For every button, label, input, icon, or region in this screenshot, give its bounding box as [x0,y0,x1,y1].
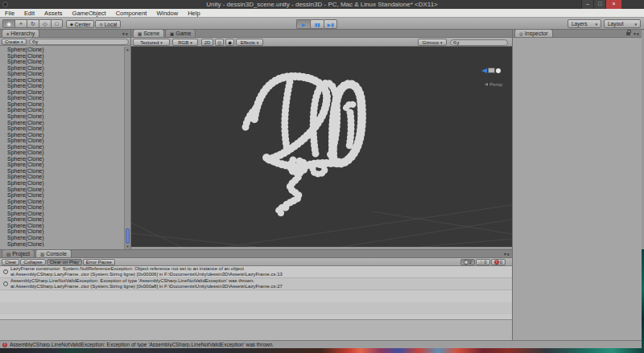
channels-dropdown[interactable]: RGB ▾ [172,39,198,46]
hierarchy-item[interactable]: Sphere(Clone) [0,216,124,223]
tab-scene[interactable]: ▦ Scene [133,29,164,37]
menu-gameobject[interactable]: GameObject [68,9,111,18]
pivot-center-button[interactable]: ◆ Center [66,20,94,28]
hierarchy-item[interactable]: Sphere(Clone) [0,95,124,101]
status-bar[interactable]: ! AssemblyCSharp.LineNotValidException: … [0,340,642,348]
info-icon: ! [464,260,469,265]
hand-tool-icon[interactable]: ◉ [2,19,14,28]
hierarchy-item[interactable]: Sphere(Clone) [0,150,124,156]
hierarchy-item[interactable]: Sphere(Clone) [0,235,124,241]
pivot-local-button[interactable]: ◎ Local [95,20,121,28]
hierarchy-item[interactable]: Sphere(Clone) [0,187,124,193]
step-button[interactable]: ▶▮ [324,19,337,29]
console-log-entry[interactable]: !AssemblyCSharp.LineNotValidException: E… [0,278,512,290]
panel-menu-icon[interactable]: ▾≡ [504,252,510,257]
toggle-2d-button[interactable]: 2D [201,39,213,46]
hierarchy-item[interactable]: Sphere(Clone) [0,241,124,248]
scene-lighting-icon[interactable]: ◎ [215,39,224,46]
scene-icon: ▦ [138,31,142,36]
warning-count-toggle[interactable]: ⚠ 0 [476,259,490,265]
error-count-toggle[interactable]: ! 0 [491,259,506,265]
tab-console[interactable]: ▥ Console [35,249,72,257]
hierarchy-item[interactable]: Sphere(Clone) [0,204,124,211]
tab-game[interactable]: ▣ Game [165,29,196,37]
clear-on-play-button[interactable]: Clear on Play [47,259,82,265]
hierarchy-item[interactable]: Sphere(Clone) [0,228,124,235]
windows-taskbar-strip[interactable] [0,348,644,353]
hierarchy-item[interactable]: Sphere(Clone) [0,174,124,180]
hierarchy-item[interactable]: Sphere(Clone) [0,120,124,126]
hierarchy-item[interactable]: Sphere(Clone) [0,223,124,229]
hierarchy-item[interactable]: Sphere(Clone) [0,168,124,174]
hierarchy-item[interactable]: Sphere(Clone) [0,59,124,65]
hierarchy-item[interactable]: Sphere(Clone) [0,162,124,168]
pause-button[interactable]: ▮▮ [310,19,324,29]
hierarchy-item[interactable]: Sphere(Clone) [0,125,124,132]
rotate-tool-icon[interactable]: ↻ [27,19,39,28]
hierarchy-item[interactable]: Sphere(Clone) [0,83,124,89]
log-info-icon: ! [3,281,8,286]
title-bar[interactable]: Unity - dessin3D_scene.unity - dessin3D … [0,0,644,9]
hierarchy-item[interactable]: Sphere(Clone) [0,47,124,53]
scene-viewport[interactable]: Persp [131,47,512,247]
maximize-button[interactable]: □ [593,0,605,9]
hierarchy-item[interactable]: Sphere(Clone) [0,65,124,72]
info-count-toggle[interactable]: ! 2 [460,259,475,265]
hierarchy-item[interactable]: Sphere(Clone) [0,180,124,187]
hierarchy-item[interactable]: Sphere(Clone) [0,113,124,120]
console-detail-pane[interactable] [0,319,512,341]
hierarchy-item[interactable]: Sphere(Clone) [0,107,124,113]
persp-toggle[interactable]: Persp [485,82,502,87]
menu-help[interactable]: Help [183,9,204,18]
shading-dropdown[interactable]: Textured ▾ [133,39,170,46]
hierarchy-item[interactable]: Sphere(Clone) [0,77,124,84]
menu-file[interactable]: File [0,9,19,18]
scroll-up-icon[interactable]: ▲ [125,47,130,52]
hierarchy-item[interactable]: Sphere(Clone) [0,53,124,60]
scene-audio-icon[interactable]: ◆ [225,39,234,46]
gizmos-dropdown[interactable]: Gizmos ▾ [418,39,447,46]
scene-orientation-gizmo[interactable] [481,68,501,73]
hierarchy-item[interactable]: Sphere(Clone) [0,138,124,144]
tab-inspector[interactable]: ◎ Inspector [514,29,553,37]
menu-component[interactable]: Component [111,9,152,18]
hierarchy-item[interactable]: Sphere(Clone) [0,144,124,150]
error-pause-button[interactable]: Error Pause [83,259,115,265]
hierarchy-search-input[interactable]: ▾ [29,39,129,45]
panel-menu-icon[interactable]: ▾≡ [634,31,640,36]
play-button[interactable]: ▶ [296,19,310,29]
close-button[interactable]: × [605,0,621,9]
console-log-entry[interactable]: !LazyFrame constructor: System.NullRefer… [0,266,512,278]
create-button[interactable]: Create ▾ [2,39,27,45]
create-label: Create [5,39,19,44]
hierarchy-item[interactable]: Sphere(Clone) [0,71,124,77]
tab-project[interactable]: ▤ Project [2,249,35,257]
menu-edit[interactable]: Edit [19,9,39,18]
effects-dropdown[interactable]: Effects ▾ [236,39,263,46]
scene-search-input[interactable]: ▾ [450,39,508,46]
hierarchy-item[interactable]: Sphere(Clone) [0,156,124,162]
minimize-button[interactable]: – [581,0,593,9]
clear-button[interactable]: Clear [2,259,19,265]
panel-menu-icon[interactable]: ▾≡ [122,31,129,36]
menu-window[interactable]: Window [151,9,183,18]
layers-dropdown[interactable]: Layers ▾ [568,19,601,28]
move-tool-icon[interactable]: + [14,19,27,28]
menu-assets[interactable]: Assets [39,9,68,18]
scrollbar-thumb[interactable] [126,228,130,244]
rect-tool-icon[interactable]: □ [51,19,63,28]
scroll-down-icon[interactable]: ▼ [125,244,130,249]
hierarchy-item[interactable]: Sphere(Clone) [0,132,124,138]
hierarchy-item[interactable]: Sphere(Clone) [0,192,124,199]
hierarchy-item[interactable]: Sphere(Clone) [0,199,124,205]
hierarchy-item[interactable]: Sphere(Clone) [0,101,124,108]
hierarchy-item[interactable]: Sphere(Clone) [0,211,124,217]
collapse-button[interactable]: Collapse [20,259,45,265]
pivot-center-icon: ◆ [70,22,73,27]
lock-icon[interactable] [626,32,630,35]
hierarchy-item[interactable]: Sphere(Clone) [0,89,124,96]
tab-hierarchy[interactable]: ≡ Hierarchy [2,29,39,37]
hierarchy-scrollbar[interactable]: ▲ ▼ [124,47,130,249]
scale-tool-icon[interactable]: ◇ [39,19,51,28]
layout-dropdown[interactable]: Layout ▾ [604,19,641,28]
